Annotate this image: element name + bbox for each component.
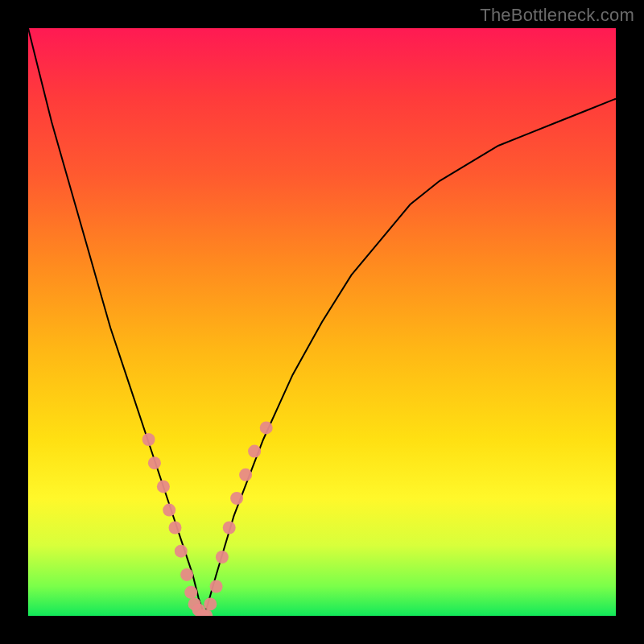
curve-dot [175, 545, 188, 558]
curve-dot [223, 522, 236, 535]
chart-frame: TheBottleneck.com [0, 0, 644, 644]
curve-dot [148, 456, 161, 469]
curve-dot [163, 504, 175, 517]
curve-dot [210, 580, 223, 593]
curve-dot [184, 586, 197, 599]
curve-sample-dots [142, 421, 273, 616]
curve-dot [260, 421, 273, 434]
watermark-text: TheBottleneck.com [480, 5, 634, 26]
curve-dot [157, 480, 170, 493]
curve-dot [204, 597, 217, 610]
chart-svg [28, 28, 616, 616]
bottleneck-curve [28, 28, 616, 616]
chart-plot-area [28, 28, 616, 616]
curve-dot [239, 469, 252, 481]
curve-dot [230, 492, 243, 505]
curve-dot [216, 551, 229, 564]
curve-dot [180, 568, 193, 581]
curve-dot [248, 445, 261, 458]
curve-dot [169, 522, 182, 535]
curve-dot [142, 433, 155, 446]
